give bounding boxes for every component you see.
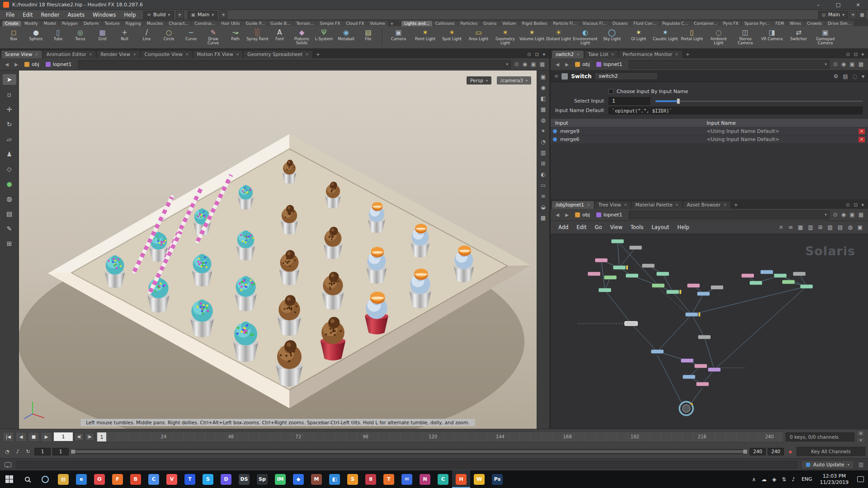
sublime-text[interactable]: S [344,470,362,488]
net-menu-layout[interactable]: Layout [647,223,673,231]
pane-tab[interactable]: Animation Editor × [43,51,96,58]
frame-range-slider[interactable] [71,449,748,454]
shelf-tool[interactable]: ▣ Gamepad Camera [812,27,839,48]
snapshot-icon[interactable]: ▣ [849,211,854,218]
rotate-tool[interactable]: ↻ [3,119,16,130]
shelf-tool[interactable]: A Font [269,27,291,48]
resource-monitor-icon[interactable]: ▥ [859,461,863,468]
maximize-pane-icon[interactable]: ⊡ [854,52,858,57]
input-name-default-field[interactable]: `opinput(".", $IIDX)` [609,107,863,114]
file-explorer[interactable]: ▤ [54,470,72,488]
show-geometry-toggle[interactable]: ● [3,178,16,189]
daz-studio[interactable]: DS [235,470,253,488]
shelf-tab[interactable]: Rigid Bodies [519,21,550,26]
menu-file[interactable]: File [2,11,19,19]
camera-selector[interactable]: /camera3 ▾ [497,76,531,84]
range-subend-field[interactable]: 240 [750,448,766,455]
stop-button[interactable]: ■ [28,432,39,442]
crumb-obj[interactable]: obj [572,61,593,68]
timeline-playhead[interactable]: 1 [97,432,106,441]
tray-expand-icon[interactable]: ∧ [749,476,759,483]
material-shading-icon[interactable]: ◍ [539,117,547,124]
minimize-button[interactable]: – [808,0,828,9]
shelf-tool[interactable]: ▦ Grid [91,27,113,48]
key-all-channels-button[interactable]: Key All Channels [797,447,865,456]
substance-painter[interactable]: Sp [253,470,271,488]
forward-button[interactable]: ▶ [12,60,20,68]
add-pane-tab-button[interactable]: + [683,52,693,58]
shelf-tool[interactable]: ✶ Spot Light [439,27,465,48]
forward-button[interactable]: ▶ [563,60,571,68]
shelf-tab[interactable]: Particles [458,21,480,26]
menu-render[interactable]: Render [37,11,64,19]
skype[interactable]: S [199,470,217,488]
shelf-tab[interactable]: Viscous Fl... [580,21,609,26]
pane-tab[interactable]: Tree View × [595,201,631,209]
shelf-tool[interactable]: ◆ Platonic Solids [291,27,313,48]
current-frame-field[interactable]: 1 [54,432,73,441]
select-input-slider[interactable] [656,98,863,104]
shelf-tab[interactable]: Rigging [123,21,144,26]
shelf-tool[interactable]: ✶ Volume Light [519,27,545,48]
scene-viewport[interactable]: Persp ▾ /camera3 ▾ Left mouse tumbles. M… [19,70,537,429]
discord[interactable]: D [217,470,235,488]
radial-menu-selector[interactable]: ◎ Main ▾ [818,11,848,19]
crumb-lopnet1[interactable]: lopnet1 [43,61,75,68]
net-menu-go[interactable]: Go [591,223,606,231]
pane-tab[interactable]: Composite View × [141,51,193,58]
list-view-icon[interactable]: ≡ [788,224,793,230]
cortana-button[interactable] [36,470,54,488]
crumb-obj[interactable]: obj [572,211,593,219]
remove-input-button[interactable]: × [859,137,865,142]
defender-icon[interactable]: ◈ [769,476,779,483]
network-graph-canvas[interactable] [551,234,868,429]
panel-grid-icon[interactable]: ▦ [859,211,863,218]
volume-icon[interactable]: ♪ [789,476,798,483]
search-icon[interactable]: ◌ [852,73,857,80]
add-shelf-tab-button[interactable]: + [388,21,396,26]
shelf-tab[interactable]: Guide P... [243,21,267,26]
close-button[interactable]: × [848,0,868,9]
net-menu-edit[interactable]: Edit [572,223,590,231]
shelf-tool[interactable]: ⇄ Switcher [785,27,812,48]
close-tab-icon[interactable]: × [305,52,309,56]
layout-icon[interactable]: ▩ [539,214,547,221]
pane-menu-icon[interactable]: ▾ [542,52,545,57]
camera-view-icon[interactable]: ◉ [539,84,547,91]
shelf-tool[interactable]: ○ Circle [158,27,180,48]
vivaldi-browser[interactable]: V [163,470,181,488]
audio-options-icon[interactable]: ♪ [13,447,22,455]
shelf-tool[interactable]: ◐ Environment Light [572,27,599,48]
shelf-tab[interactable]: Grains [481,21,499,26]
shelf-tool[interactable]: ◯ Sky Light [599,27,625,48]
start-button[interactable] [0,470,18,488]
jump-start-button[interactable]: |◀ [3,432,14,442]
add-desktop-button[interactable]: + [219,11,227,19]
shelf-tool[interactable]: ◎ Torus [69,27,91,48]
shelf-tool[interactable]: ▯ Tube [47,27,69,48]
maximize-button[interactable]: □ [828,0,848,9]
chrome-browser[interactable]: C [145,470,163,488]
pin-pane-icon[interactable]: ⊙ [527,52,531,57]
grid-toggle-icon[interactable]: ⊞ [539,160,547,167]
shelf-tab[interactable]: Create [2,21,21,26]
onedrive-icon[interactable]: ☁ [759,476,769,483]
snapshot-icon[interactable]: ▣ [849,61,854,67]
palette-icon[interactable]: ▧ [827,224,832,230]
dropbox[interactable]: ◆ [289,470,307,488]
step-forward-button[interactable]: |▶ [85,433,94,441]
render-view-icon[interactable]: ◉ [523,61,527,67]
eight-ball-app[interactable]: 8 [362,470,380,488]
back-button[interactable]: ◀ [3,60,11,68]
back-button[interactable]: ◀ [553,60,561,68]
display-mode-icon[interactable]: ◧ [539,95,547,102]
onenote[interactable]: N [416,470,434,488]
shelf-tool[interactable]: ▤ File [357,27,379,48]
shelf-tab[interactable]: Constrai... [192,21,218,26]
shelf-tab[interactable]: FEM [773,21,787,26]
render-view-icon[interactable]: ◉ [841,211,846,218]
network-icon[interactable]: ⇅ [779,476,789,483]
wps-office[interactable]: W [470,470,488,488]
shelf-tab[interactable]: Drive Sim... [825,21,854,26]
flags-icon[interactable]: ⊞ [818,224,822,230]
